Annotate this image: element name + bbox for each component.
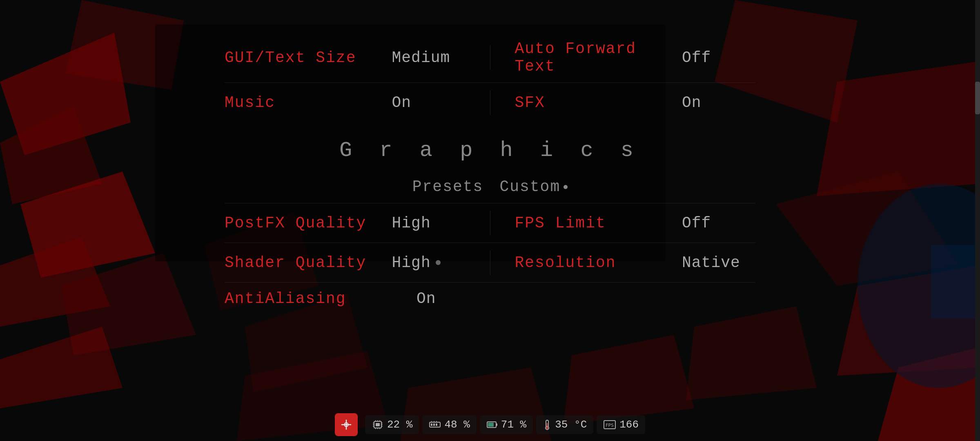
temp-icon <box>543 419 552 430</box>
presets-row[interactable]: Presets Custom <box>225 171 755 203</box>
svg-rect-42 <box>436 423 437 426</box>
ram-usage-value: 48 % <box>444 419 470 431</box>
presets-indicator-dot <box>564 185 568 189</box>
svg-rect-48 <box>488 423 494 427</box>
resolution-item[interactable]: Resolution Native <box>515 254 756 272</box>
row-antialiasing: AntiAliasing On <box>225 283 755 315</box>
gui-text-size-label: GUI/Text Size <box>225 49 392 67</box>
svg-rect-41 <box>433 423 435 426</box>
svg-rect-47 <box>496 423 497 426</box>
cpu-icon <box>372 419 384 430</box>
sfx-item[interactable]: SFX On <box>515 94 756 111</box>
battery-stat: 71 % <box>480 415 533 434</box>
music-label: Music <box>225 94 392 111</box>
svg-rect-40 <box>431 423 432 426</box>
battery-icon <box>486 419 498 430</box>
gui-text-size-value: Medium <box>392 49 466 67</box>
resolution-label: Resolution <box>515 254 682 272</box>
divider <box>490 90 490 115</box>
antialiasing-value: On <box>416 290 490 307</box>
ram-icon <box>429 419 441 430</box>
divider <box>490 250 490 275</box>
shader-quality-item[interactable]: Shader Quality High <box>225 254 466 272</box>
resolution-value: Native <box>682 254 755 272</box>
svg-rect-26 <box>376 423 380 426</box>
music-item[interactable]: Music On <box>225 94 466 111</box>
fps-icon: FPS <box>603 419 616 430</box>
cpu-usage-value: 22 % <box>387 419 412 431</box>
divider <box>490 211 490 235</box>
temp-value: 35 °C <box>555 419 587 431</box>
settings-content: GUI/Text Size Medium Auto Forward Text O… <box>0 0 980 441</box>
presets-value: Custom <box>499 178 568 196</box>
general-settings: GUI/Text Size Medium Auto Forward Text O… <box>225 33 755 122</box>
fps-limit-item[interactable]: FPS Limit Off <box>515 214 756 232</box>
music-value: On <box>392 94 466 111</box>
sfx-label: SFX <box>515 94 682 111</box>
crosshair-button[interactable] <box>335 413 358 436</box>
temp-stat: 35 °C <box>536 415 593 434</box>
fps-stat: FPS 166 <box>597 415 645 434</box>
auto-forward-text-item[interactable]: Auto Forward Text Off <box>515 40 756 75</box>
scrollbar[interactable] <box>975 0 980 441</box>
postfx-quality-label: PostFX Quality <box>225 214 392 232</box>
gui-text-size-item[interactable]: GUI/Text Size Medium <box>225 49 466 67</box>
antialiasing-label: AntiAliasing <box>225 290 416 307</box>
fps-value: 166 <box>619 419 639 431</box>
scrollbar-thumb[interactable] <box>975 82 980 114</box>
ram-usage-stat: 48 % <box>422 415 476 434</box>
fps-limit-label: FPS Limit <box>515 214 682 232</box>
antialiasing-item[interactable]: AntiAliasing On <box>225 290 490 307</box>
postfx-quality-item[interactable]: PostFX Quality High <box>225 214 466 232</box>
graphics-header: G r a p h i c s <box>225 122 755 171</box>
fps-limit-value: Off <box>682 214 755 232</box>
svg-point-52 <box>546 427 548 429</box>
auto-forward-text-label: Auto Forward Text <box>515 40 682 75</box>
graphics-section: G r a p h i c s Presets Custom PostFX Qu… <box>225 122 755 315</box>
shader-quality-value: High <box>392 254 466 272</box>
taskbar: 22 % 48 % 71 % 35 °C <box>0 408 980 441</box>
presets-label: Presets <box>412 178 483 196</box>
shader-dot-indicator <box>436 260 441 265</box>
row-shader-resolution: Shader Quality High Resolution Native <box>225 243 755 283</box>
row-postfx-fps: PostFX Quality High FPS Limit Off <box>225 203 755 243</box>
shader-quality-label: Shader Quality <box>225 254 392 272</box>
postfx-quality-value: High <box>392 214 466 232</box>
row-gui-auto: GUI/Text Size Medium Auto Forward Text O… <box>225 33 755 83</box>
row-music-sfx: Music On SFX On <box>225 83 755 122</box>
divider <box>490 45 490 70</box>
sfx-value: On <box>682 94 755 111</box>
auto-forward-text-value: Off <box>682 49 755 67</box>
cpu-usage-stat: 22 % <box>365 415 419 434</box>
svg-text:FPS: FPS <box>606 423 614 428</box>
battery-value: 71 % <box>501 419 526 431</box>
